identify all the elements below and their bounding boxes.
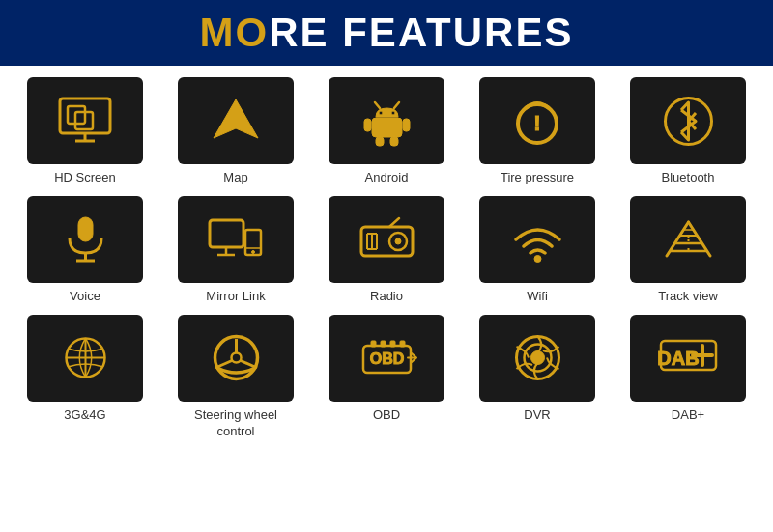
- svg-line-9: [375, 102, 380, 108]
- hd-screen-icon: [56, 95, 114, 148]
- tire-pressure-icon: !: [508, 95, 566, 148]
- svg-marker-5: [214, 99, 258, 138]
- title-rest: RE FEATURES: [269, 10, 573, 55]
- voice-label: Voice: [70, 289, 100, 305]
- feature-android: Android: [311, 77, 462, 186]
- svg-rect-11: [364, 119, 371, 131]
- mirror-link-icon-box: [178, 196, 294, 283]
- feature-dab-plus: DAB DAB+: [613, 315, 763, 440]
- feature-3g4g: 3G&4G: [10, 315, 160, 440]
- feature-voice: Voice: [10, 196, 160, 305]
- svg-rect-60: [400, 341, 405, 347]
- feature-track-view: Track view: [613, 196, 763, 305]
- dvr-icon-box: [479, 315, 595, 402]
- feature-bluetooth: Bluetooth: [613, 77, 763, 186]
- bluetooth-label: Bluetooth: [662, 170, 715, 186]
- svg-line-53: [215, 361, 232, 369]
- tire-pressure-icon-box: !: [479, 77, 595, 164]
- wifi-label: Wifi: [527, 289, 548, 305]
- svg-rect-58: [381, 341, 386, 347]
- mirror-link-label: Mirror Link: [206, 289, 265, 305]
- mirror-link-icon: [205, 212, 268, 266]
- svg-rect-23: [210, 220, 243, 247]
- header: MORE FEATURES: [0, 0, 773, 66]
- obd-icon: OBD: [356, 331, 418, 384]
- 3g4g-icon: [54, 331, 117, 384]
- svg-point-38: [534, 256, 541, 263]
- svg-point-63: [530, 351, 544, 365]
- feature-tire-pressure: ! Tire pressure: [462, 77, 613, 186]
- radio-label: Radio: [370, 289, 403, 305]
- 3g4g-label: 3G&4G: [64, 407, 105, 424]
- svg-rect-59: [390, 341, 395, 347]
- map-icon: [210, 95, 263, 148]
- android-label: Android: [365, 170, 409, 186]
- android-icon: [360, 95, 414, 148]
- map-label: Map: [223, 170, 247, 186]
- dvr-label: DVR: [524, 407, 550, 424]
- obd-label: OBD: [373, 407, 400, 424]
- svg-rect-29: [361, 227, 413, 256]
- svg-rect-57: [371, 341, 376, 347]
- track-view-icon-box: [630, 196, 746, 283]
- svg-text:DAB: DAB: [657, 348, 699, 369]
- svg-text:!: !: [533, 111, 540, 135]
- feature-steering-wheel: Steering wheelcontrol: [160, 315, 311, 440]
- track-view-label: Track view: [658, 289, 718, 305]
- dab-plus-icon: DAB: [657, 331, 720, 384]
- 3g4g-icon-box: [27, 315, 143, 402]
- feature-map: Map: [160, 77, 311, 186]
- wifi-icon: [506, 212, 569, 266]
- page-title: MORE FEATURES: [200, 10, 574, 56]
- svg-point-7: [379, 111, 383, 115]
- feature-radio: Radio: [311, 196, 462, 305]
- title-mo: MO: [200, 10, 270, 55]
- feature-wifi: Wifi: [462, 196, 613, 305]
- svg-point-51: [231, 353, 241, 363]
- dvr-icon: [506, 331, 569, 384]
- voice-icon-box: [27, 196, 143, 283]
- bluetooth-icon-box: [630, 77, 746, 164]
- feature-mirror-link: Mirror Link: [160, 196, 311, 305]
- svg-rect-12: [403, 119, 410, 131]
- features-grid: HD Screen Map: [0, 66, 773, 450]
- steering-wheel-icon: [205, 331, 268, 384]
- map-icon-box: [178, 77, 294, 164]
- svg-rect-6: [372, 118, 402, 137]
- svg-point-36: [395, 238, 401, 244]
- bluetooth-icon: [662, 95, 715, 148]
- feature-hd-screen: HD Screen: [10, 77, 160, 186]
- feature-dvr: DVR: [462, 315, 613, 440]
- svg-rect-13: [376, 137, 384, 146]
- svg-point-8: [391, 111, 395, 115]
- svg-rect-14: [390, 137, 398, 146]
- svg-point-28: [251, 251, 254, 254]
- svg-text:OBD: OBD: [369, 350, 404, 367]
- feature-obd: OBD OBD: [311, 315, 462, 440]
- track-view-icon: [657, 212, 720, 266]
- radio-icon-box: [329, 196, 444, 283]
- android-icon-box: [329, 77, 444, 164]
- wifi-icon-box: [479, 196, 595, 283]
- voice-icon: [59, 212, 112, 266]
- radio-icon: [356, 212, 418, 266]
- tire-pressure-label: Tire pressure: [501, 170, 574, 186]
- svg-line-54: [241, 361, 257, 369]
- svg-rect-20: [78, 217, 93, 241]
- svg-line-10: [394, 102, 399, 108]
- dab-plus-icon-box: DAB: [630, 315, 746, 402]
- steering-wheel-icon-box: [178, 315, 294, 402]
- hd-screen-label: HD Screen: [54, 170, 116, 186]
- dab-plus-label: DAB+: [672, 407, 704, 424]
- hd-screen-icon-box: [27, 77, 143, 164]
- obd-icon-box: OBD: [329, 315, 444, 402]
- steering-wheel-label: Steering wheelcontrol: [194, 407, 277, 440]
